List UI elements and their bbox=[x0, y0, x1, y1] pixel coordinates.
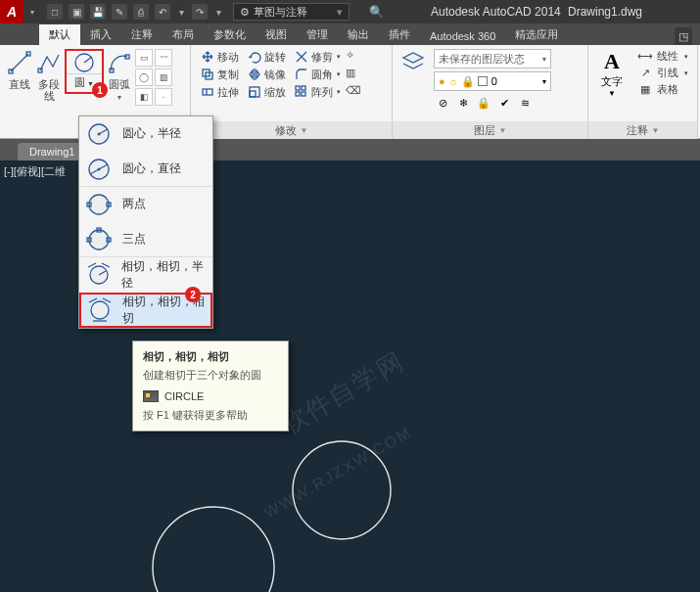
title-bar: A ▾ □ ▣ 💾 ✎ ⎙ ↶ ▾ ↷ ▾ ⚙ 草图与注释 ▾ 🔍 Autode… bbox=[0, 0, 700, 23]
explode-icon[interactable]: ✧ bbox=[346, 49, 361, 65]
ribbon-tabs: 默认 插入 注释 布局 参数化 视图 管理 输出 插件 Autodesk 360… bbox=[0, 23, 700, 45]
line-icon bbox=[6, 49, 33, 76]
panel-modify-label[interactable]: 修改▼ bbox=[191, 121, 392, 139]
workspace-selector[interactable]: ⚙ 草图与注释 ▾ bbox=[233, 3, 350, 21]
svg-line-0 bbox=[11, 54, 28, 71]
ttt-icon bbox=[87, 296, 113, 324]
app-logo[interactable]: A bbox=[0, 0, 23, 23]
svg-rect-15 bbox=[296, 92, 300, 96]
menu-three-points[interactable]: 三点 bbox=[79, 222, 212, 257]
tooltip-command: CIRCLE bbox=[164, 390, 204, 402]
layer-lock-icon[interactable]: 🔒 bbox=[475, 94, 492, 112]
fillet-icon bbox=[294, 67, 309, 82]
layer-properties-button[interactable] bbox=[398, 49, 428, 78]
qat-undo-dropdown-icon[interactable]: ▾ bbox=[176, 4, 186, 20]
trim-button[interactable]: 修剪▾ bbox=[291, 49, 344, 65]
tab-default[interactable]: 默认 bbox=[39, 24, 80, 45]
ellipse-icon[interactable]: ◯ bbox=[135, 68, 153, 86]
svg-rect-10 bbox=[203, 89, 212, 95]
panel-annotation-label[interactable]: 注释▼ bbox=[588, 121, 697, 139]
array-button[interactable]: 阵列▾ bbox=[291, 84, 344, 100]
text-button[interactable]: A 文字 ▼ bbox=[594, 49, 630, 98]
chevron-down-icon: ▼ bbox=[117, 94, 123, 101]
qat-print-icon[interactable]: ⎙ bbox=[133, 4, 149, 20]
line-button[interactable]: 直线 bbox=[6, 49, 33, 90]
layer-state-dropdown[interactable]: 未保存的图层状态 ▾ bbox=[434, 49, 551, 68]
panel-annotation: A 文字 ▼ ⟷线性▾ ↗引线▾ ▦表格 注释▼ bbox=[588, 45, 698, 139]
menu-center-radius[interactable]: 圆心，半径 bbox=[79, 116, 212, 152]
svg-point-21 bbox=[98, 132, 101, 135]
table-button[interactable]: ▦表格 bbox=[637, 82, 688, 97]
offset-icon[interactable]: ▥ bbox=[346, 67, 361, 82]
qat-open-icon[interactable]: ▣ bbox=[69, 4, 84, 20]
tab-a360[interactable]: Autodesk 360 bbox=[420, 27, 505, 45]
leader-icon: ↗ bbox=[637, 67, 653, 80]
polyline-icon bbox=[35, 49, 63, 76]
layer-match-icon[interactable]: ≋ bbox=[516, 94, 534, 112]
erase-icon[interactable]: ⌫ bbox=[346, 84, 361, 100]
tab-insert[interactable]: 插入 bbox=[80, 24, 121, 45]
spline-icon[interactable]: 〰 bbox=[155, 49, 172, 67]
tab-plugins[interactable]: 插件 bbox=[379, 24, 420, 45]
trim-icon bbox=[294, 49, 309, 65]
tab-view[interactable]: 视图 bbox=[256, 24, 297, 45]
search-icon[interactable]: 🔍 bbox=[369, 5, 384, 19]
tab-parametric[interactable]: 参数化 bbox=[204, 24, 256, 45]
tooltip-title: 相切，相切，相切 bbox=[143, 349, 278, 364]
table-icon: ▦ bbox=[637, 83, 653, 97]
menu-ttt[interactable]: 相切，相切，相切 bbox=[79, 293, 212, 328]
layer-selector[interactable]: ● ☼ 🔒 0 ▾ bbox=[434, 71, 551, 91]
tab-annotate[interactable]: 注释 bbox=[121, 24, 163, 45]
chevron-down-icon: ▾ bbox=[337, 53, 341, 61]
leader-button[interactable]: ↗引线▾ bbox=[637, 66, 688, 80]
region-icon[interactable]: ◧ bbox=[135, 88, 153, 106]
tab-output[interactable]: 输出 bbox=[338, 24, 379, 45]
layers-icon bbox=[399, 49, 427, 76]
mirror-button[interactable]: 镜像 bbox=[244, 67, 289, 82]
arc-icon bbox=[106, 49, 133, 76]
chevron-down-icon: ▾ bbox=[542, 55, 546, 64]
qat-save-icon[interactable]: 💾 bbox=[90, 4, 106, 20]
rectangle-icon[interactable]: ▭ bbox=[135, 49, 153, 67]
polyline-button[interactable]: 多段线 bbox=[35, 49, 63, 102]
fillet-button[interactable]: 圆角▾ bbox=[291, 67, 344, 82]
tab-layout[interactable]: 布局 bbox=[163, 24, 204, 45]
linear-dim-icon: ⟷ bbox=[637, 50, 653, 64]
menu-two-points[interactable]: 两点 bbox=[79, 187, 212, 222]
ribbon-help-icon[interactable]: ◳ bbox=[675, 27, 692, 45]
ttr-icon bbox=[85, 261, 112, 289]
menu-center-diameter[interactable]: 圆心，直径 bbox=[79, 152, 212, 187]
qat-undo-icon[interactable]: ↶ bbox=[155, 4, 170, 20]
panel-modify: 移动 旋转 修剪▾ ✧ 复制 镜像 圆角▾ ▥ 拉伸 缩放 阵列▾ ⌫ bbox=[191, 45, 393, 139]
tooltip: 相切，相切，相切 创建相切于三个对象的圆 CIRCLE 按 F1 键获得更多帮助 bbox=[132, 341, 289, 432]
draw-small-buttons: ▭ 〰 ◯ ▨ ◧ · bbox=[135, 49, 184, 106]
layer-off-icon[interactable]: ⊘ bbox=[434, 94, 451, 112]
circle-split-button[interactable]: 圆▼ bbox=[65, 49, 104, 94]
move-button[interactable]: 移动 bbox=[197, 49, 242, 65]
panel-layer-label[interactable]: 图层▼ bbox=[393, 121, 587, 139]
qat-saveas-icon[interactable]: ✎ bbox=[112, 4, 127, 20]
bulb-icon: ● bbox=[439, 75, 445, 87]
app-menu-dropdown-icon[interactable]: ▾ bbox=[23, 0, 41, 23]
scale-button[interactable]: 缩放 bbox=[244, 84, 289, 100]
point-icon[interactable]: · bbox=[155, 88, 172, 106]
scale-icon bbox=[247, 84, 262, 100]
stretch-icon bbox=[200, 84, 215, 100]
viewport-caption[interactable]: [-][俯视][二维 bbox=[4, 164, 66, 179]
qat-new-icon[interactable]: □ bbox=[47, 4, 63, 20]
sun-icon: ☼ bbox=[448, 75, 458, 87]
qat-redo-icon[interactable]: ↷ bbox=[192, 4, 208, 20]
chevron-down-icon: ▼ bbox=[594, 89, 630, 98]
svg-rect-7 bbox=[125, 55, 129, 59]
hatch-icon[interactable]: ▨ bbox=[155, 68, 172, 86]
tab-featured[interactable]: 精选应用 bbox=[505, 24, 568, 45]
arc-button[interactable]: 圆弧▼ bbox=[106, 49, 133, 104]
layer-make-current-icon[interactable]: ✔ bbox=[495, 94, 513, 112]
qat-redo-dropdown-icon[interactable]: ▾ bbox=[213, 4, 223, 20]
rotate-button[interactable]: 旋转 bbox=[244, 49, 289, 65]
layer-freeze-icon[interactable]: ❄ bbox=[454, 94, 472, 112]
copy-button[interactable]: 复制 bbox=[197, 67, 242, 82]
linear-dim-button[interactable]: ⟷线性▾ bbox=[637, 49, 688, 64]
stretch-button[interactable]: 拉伸 bbox=[197, 84, 242, 100]
tab-manage[interactable]: 管理 bbox=[297, 24, 338, 45]
